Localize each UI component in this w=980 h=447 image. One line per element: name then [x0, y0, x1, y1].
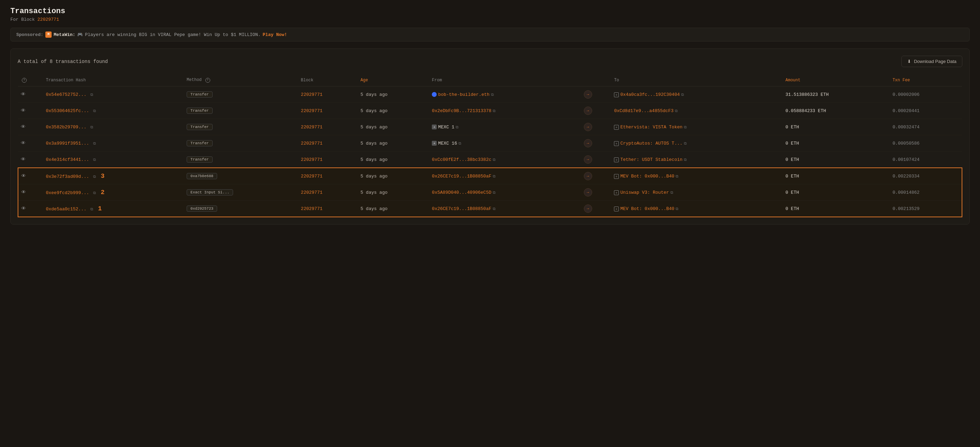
from-address[interactable]: 0x2eDbFc9B...721313378 — [432, 108, 492, 114]
to-cell: ≡Ethervista: VISTA Token⧉ — [611, 119, 783, 135]
download-icon: ⬇ — [907, 59, 911, 64]
to-copy-icon[interactable]: ⧉ — [684, 158, 687, 162]
age-cell: 5 days ago — [358, 201, 429, 217]
tx-hash-copy-icon[interactable]: ⧉ — [93, 158, 96, 162]
to-copy-icon[interactable]: ⧉ — [684, 141, 687, 146]
method-cell: Transfer — [184, 87, 298, 103]
row-eye-icon[interactable]: 👁 — [18, 152, 43, 168]
view-info-icon[interactable]: ? — [22, 78, 27, 83]
from-address[interactable]: MEXC 16 — [438, 141, 457, 146]
method-cell: Transfer — [184, 103, 298, 119]
from-copy-icon[interactable]: ⧉ — [458, 141, 461, 146]
from-copy-icon[interactable]: ⧉ — [493, 109, 496, 113]
tx-hash-link[interactable]: 0xee9fcd2b999... — [46, 190, 89, 195]
from-copy-icon[interactable]: ⧉ — [491, 93, 494, 97]
eye-icon[interactable]: 👁 — [21, 92, 25, 97]
col-amount: Amount — [783, 74, 889, 87]
row-eye-icon[interactable]: 👁 — [18, 103, 43, 119]
to-address[interactable]: MEV Bot: 0x000...B40 — [620, 206, 674, 211]
table-row: 👁 0x3582b29709... ⧉ Transfer220297715 da… — [18, 119, 962, 135]
tx-hash-link[interactable]: 0x54e6752752... — [46, 92, 86, 97]
tx-hash-link[interactable]: 0xde5aa0c152... — [46, 206, 86, 212]
tx-hash-link[interactable]: 0x4e314cf3441... — [46, 157, 89, 162]
eye-icon[interactable]: 👁 — [21, 157, 25, 162]
block-number[interactable]: 22029771 — [301, 157, 322, 162]
amount-cell: 0 ETH — [783, 184, 889, 201]
subtitle-text: For Block — [10, 17, 35, 22]
table-row: 👁 0x553064625fc... ⧉ Transfer220297715 d… — [18, 103, 962, 119]
block-number[interactable]: 22029771 — [301, 190, 322, 195]
from-address[interactable]: MEXC 1 — [438, 125, 454, 130]
to-copy-icon[interactable]: ⧉ — [681, 93, 684, 97]
to-copy-icon[interactable]: ⧉ — [670, 191, 673, 195]
to-copy-icon[interactable]: ⧉ — [675, 109, 678, 113]
tx-hash-copy-icon[interactable]: ⧉ — [91, 207, 93, 211]
eye-icon[interactable]: 👁 — [21, 108, 25, 114]
transactions-table: ? Transaction Hash Method ? Block Age Fr… — [18, 74, 963, 217]
block-number[interactable]: 22029771 — [301, 92, 322, 97]
block-number[interactable]: 22029771 — [301, 141, 322, 146]
method-cell: Transfer — [184, 119, 298, 135]
row-eye-icon[interactable]: 👁 — [18, 168, 43, 184]
tx-hash-copy-icon[interactable]: ⧉ — [91, 93, 93, 97]
eye-icon[interactable]: 👁 — [21, 206, 26, 211]
tx-hash-link[interactable]: 0x553064625fc... — [46, 108, 89, 114]
to-address[interactable]: CryptoAutos: AUTOS T... — [620, 141, 682, 146]
from-address[interactable]: 0x5A89D040...40906eC5D — [432, 190, 492, 195]
from-copy-icon[interactable]: ⧉ — [493, 207, 496, 211]
from-address[interactable]: 0xCc00fE2f...38bc3382c — [432, 157, 492, 162]
age-value: 5 days ago — [361, 108, 388, 114]
eye-icon[interactable]: 👁 — [21, 190, 26, 195]
page-wrapper: Transactions For Block 22029771 Sponsore… — [0, 0, 980, 231]
eye-icon[interactable]: 👁 — [21, 141, 25, 146]
tx-hash-copy-icon[interactable]: ⧉ — [93, 175, 96, 179]
txfee-value: 0.00032474 — [892, 125, 920, 130]
from-address[interactable]: bob-the-builder.eth — [438, 92, 489, 97]
arrow-icon: → — [584, 139, 592, 147]
to-copy-icon[interactable]: ⧉ — [676, 174, 678, 179]
from-address[interactable]: 0x26CE7c19...1B08850aF — [432, 174, 492, 179]
block-number[interactable]: 22029771 — [301, 125, 322, 130]
sponsor-cta[interactable]: Play Now! — [263, 32, 287, 37]
from-address[interactable]: 0x26CE7c19...1B08850aF — [432, 206, 492, 211]
row-eye-icon[interactable]: 👁 — [18, 135, 43, 152]
to-cell: ≡CryptoAutos: AUTOS T...⧉ — [611, 135, 783, 152]
to-copy-icon[interactable]: ⧉ — [676, 207, 678, 211]
download-page-data-button[interactable]: ⬇ Download Page Data — [901, 56, 963, 67]
block-number[interactable]: 22029771 — [301, 108, 322, 114]
to-address[interactable]: Ethervista: VISTA Token — [620, 125, 682, 130]
tx-hash-copy-icon[interactable]: ⧉ — [91, 125, 93, 129]
tx-hash-link[interactable]: 0x3a9991f3951... — [46, 141, 89, 146]
method-info-icon[interactable]: ? — [205, 78, 210, 83]
total-transactions-text: A total of 8 transactions found — [18, 59, 108, 64]
block-number-link[interactable]: 22029771 — [37, 17, 59, 22]
sponsor-name: MetaWin: — [54, 32, 75, 37]
to-address[interactable]: Tether: USDT Stablecoin — [620, 157, 682, 162]
tx-hash-copy-icon[interactable]: ⧉ — [93, 191, 96, 195]
from-copy-icon[interactable]: ⧉ — [493, 191, 496, 195]
to-address[interactable]: MEV Bot: 0x000...B40 — [620, 174, 674, 179]
tx-hash-copy-icon[interactable]: ⧉ — [93, 109, 96, 113]
row-eye-icon[interactable]: 👁 — [18, 201, 43, 217]
amount-cell: 0 ETH — [783, 201, 889, 217]
block-number[interactable]: 22029771 — [301, 174, 322, 179]
from-copy-icon[interactable]: ⧉ — [493, 158, 496, 162]
method-badge: Transfer — [187, 140, 213, 146]
to-address[interactable]: 0x4a0ca3fc...192C30404 — [620, 92, 680, 97]
row-eye-icon[interactable]: 👁 — [18, 87, 43, 103]
block-number[interactable]: 22029771 — [301, 206, 322, 211]
to-address[interactable]: 0xCd8d17e9...a4855dcF3 — [614, 108, 673, 114]
eye-icon[interactable]: 👁 — [21, 124, 25, 130]
from-copy-icon[interactable]: ⧉ — [456, 125, 458, 129]
eye-icon[interactable]: 👁 — [21, 173, 26, 179]
row-eye-icon[interactable]: 👁 — [18, 184, 43, 201]
to-address[interactable]: Uniswap V3: Router — [620, 190, 669, 195]
txfee-cell: 0.00032474 — [889, 119, 962, 135]
age-value: 5 days ago — [361, 206, 388, 211]
row-eye-icon[interactable]: 👁 — [18, 119, 43, 135]
tx-hash-link[interactable]: 0x3582b29709... — [46, 125, 86, 130]
tx-hash-link[interactable]: 0x3e72f3ad09d... — [46, 174, 89, 179]
from-copy-icon[interactable]: ⧉ — [493, 174, 496, 179]
tx-hash-copy-icon[interactable]: ⧉ — [93, 141, 96, 146]
to-copy-icon[interactable]: ⧉ — [684, 125, 687, 129]
